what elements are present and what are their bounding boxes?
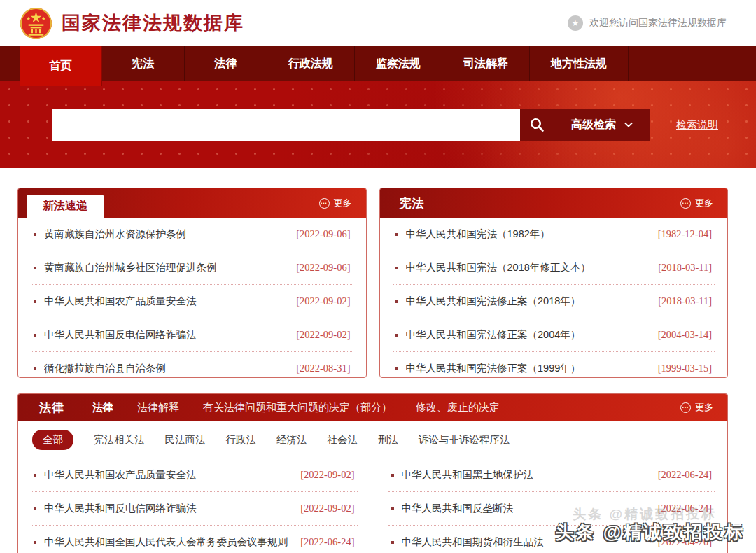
advanced-search-button[interactable]: 高级检索 [554,108,650,141]
law-date: [2022-09-02] [300,503,354,514]
law-link[interactable]: 中华人民共和国宪法（1982年） [406,227,650,241]
law-date: [2022-09-06] [296,228,350,240]
bullet-icon [391,541,394,544]
search-input[interactable] [52,108,520,141]
bullet-icon [34,474,36,477]
bullet-icon [396,368,398,370]
bullet-icon [396,334,398,337]
law-link[interactable]: 中华人民共和国农产品质量安全法 [44,468,292,482]
laws-more-link[interactable]: 更多 [680,401,713,414]
panel-laws-title: 法律 [18,400,64,416]
law-link[interactable]: 中华人民共和国反电信网络诈骗法 [44,328,288,342]
list-item[interactable]: 中华人民共和国农产品质量安全法 [2022-09-02] [31,458,358,492]
laws-tab-interpretations[interactable]: 法律解释 [137,401,179,414]
filter-chip-all[interactable]: 全部 [32,430,74,450]
list-item[interactable]: 中华人民共和国宪法（2018年修正文本） [2018-03-11] [393,251,715,285]
filter-chip-constitution-related[interactable]: 宪法相关法 [94,433,145,447]
law-link[interactable]: 中华人民共和国宪法修正案（2018年） [406,295,650,308]
filter-chip-procedural[interactable]: 诉讼与非诉讼程序法 [419,433,510,447]
bullet-icon [34,541,36,544]
filter-chip-civil-commercial[interactable]: 民法商法 [165,433,206,447]
nav-item-supervision-regulations[interactable]: 监察法规 [355,46,442,81]
law-date: [1982-12-04] [658,228,712,240]
page-title: 国家法律法规数据库 [62,10,244,36]
list-item[interactable]: 中华人民共和国农产品质量安全法 [2022-09-02] [31,285,354,318]
bullet-icon [34,368,36,370]
law-date: [2018-03-11] [658,262,712,274]
list-item[interactable]: 黄南藏族自治州水资源保护条例 [2022-09-06] [31,218,354,251]
laws-tab-amendments[interactable]: 修改、废止的决定 [416,401,500,414]
law-link[interactable]: 中华人民共和国宪法修正案（2004年） [406,328,650,342]
law-date: [2022-06-24] [300,536,354,548]
new-laws-list: 黄南藏族自治州水资源保护条例 [2022-09-06] 黄南藏族自治州城乡社区治… [18,218,366,378]
nav-item-administrative-regulations[interactable]: 行政法规 [267,46,355,81]
constitution-more-link[interactable]: 更多 [680,197,713,209]
laws-tab-decisions-partial[interactable]: 有关法律问题和重大问题的决定（部分） [203,401,392,414]
list-item[interactable]: 中华人民共和国宪法修正案（1999年） [1999-03-15] [393,352,715,378]
bullet-icon [34,300,36,303]
main-content: 新法速递 更多 黄南藏族自治州水资源保护条例 [2022-09-06] 黄南藏族… [0,168,756,553]
law-link[interactable]: 黄南藏族自治州城乡社区治理促进条例 [44,261,288,274]
welcome-area: ★ 欢迎您访问国家法律法规数据库 [568,15,727,31]
bullet-icon [34,267,36,270]
list-item[interactable]: 中华人民共和国反电信网络诈骗法 [2022-09-02] [31,492,358,526]
panel-new-laws-header: 新法速递 更多 [18,188,366,218]
bullet-icon [34,507,36,510]
list-item[interactable]: 中华人民共和国全国人民代表大会常务委员会议事规则 [2022-06-24] [31,526,358,553]
filter-chip-administrative[interactable]: 行政法 [226,433,257,447]
bullet-icon [34,334,36,337]
law-date: [2022-08-31] [296,363,350,374]
list-item[interactable]: 黄南藏族自治州城乡社区治理促进条例 [2022-09-06] [31,251,354,285]
nav-item-laws[interactable]: 法律 [185,46,267,81]
laws-right-list: 中华人民共和国黑土地保护法 [2022-06-24] 中华人民共和国反垄断法 [… [388,458,715,553]
filter-chip-criminal[interactable]: 刑法 [378,433,398,447]
nav-item-judicial-interpretations[interactable]: 司法解释 [442,46,530,81]
panel-new-laws-title: 新法速递 [27,195,104,218]
law-link[interactable]: 黄南藏族自治州水资源保护条例 [44,227,288,241]
list-item[interactable]: 中华人民共和国期货和衍生品法 [2022-04-20] [388,526,715,553]
nav-item-constitution[interactable]: 宪法 [102,46,185,81]
laws-filter-chips: 全部 宪法相关法 民法商法 行政法 经济法 社会法 刑法 诉讼与非诉讼程序法 [18,421,727,458]
main-nav: 首页 宪法 法律 行政法规 监察法规 司法解释 地方性法规 [0,46,756,81]
law-date: [2022-09-02] [300,469,354,481]
list-item[interactable]: 中华人民共和国反电信网络诈骗法 [2022-09-02] [31,318,354,352]
list-item[interactable]: 中华人民共和国黑土地保护法 [2022-06-24] [388,458,715,492]
filter-chip-economic[interactable]: 经济法 [276,433,307,447]
bullet-icon [396,233,398,236]
filter-chip-social[interactable]: 社会法 [328,433,358,447]
law-link[interactable]: 中华人民共和国反垄断法 [402,502,650,515]
law-link[interactable]: 循化撒拉族自治县自治条例 [44,362,288,375]
chevron-down-icon [624,122,633,127]
nav-item-local-regulations[interactable]: 地方性法规 [530,46,629,81]
law-date: [2022-06-24] [658,503,712,514]
list-item[interactable]: 循化撒拉族自治县自治条例 [2022-08-31] [31,352,354,378]
list-item[interactable]: 中华人民共和国反垄断法 [2022-06-24] [388,492,715,526]
panel-constitution-title: 宪法 [380,195,425,211]
list-item[interactable]: 中华人民共和国宪法修正案（2004年） [2004-03-14] [393,318,715,352]
bullet-icon [396,300,398,303]
law-link[interactable]: 中华人民共和国全国人民代表大会常务委员会议事规则 [44,536,292,549]
list-item[interactable]: 中华人民共和国宪法（1982年） [1982-12-04] [393,218,715,251]
new-laws-more-link[interactable]: 更多 [319,197,352,209]
law-link[interactable]: 中华人民共和国宪法（2018年修正文本） [406,261,650,274]
law-link[interactable]: 中华人民共和国宪法修正案（1999年） [406,362,650,375]
law-link[interactable]: 中华人民共和国期货和衍生品法 [402,536,650,549]
law-link[interactable]: 中华人民共和国农产品质量安全法 [44,295,288,308]
laws-tab-laws[interactable]: 法律 [92,401,113,414]
list-item[interactable]: 中华人民共和国宪法修正案（2018年） [2018-03-11] [393,285,715,318]
bullet-icon [391,507,394,510]
law-link[interactable]: 中华人民共和国黑土地保护法 [402,468,650,482]
search-help-link[interactable]: 检索说明 [676,118,718,132]
search-button[interactable] [520,108,554,141]
brand: 国家法律法规数据库 [20,7,244,40]
panel-laws-header: 法律 法律 法律解释 有关法律问题和重大问题的决定（部分） 修改、废止的决定 更… [18,394,727,421]
laws-tabs: 法律 法律解释 有关法律问题和重大问题的决定（部分） 修改、废止的决定 [92,401,500,414]
search-icon [529,117,545,132]
law-link[interactable]: 中华人民共和国反电信网络诈骗法 [44,502,292,515]
bullet-icon [34,233,36,236]
more-ellipsis-icon [680,198,691,209]
nav-item-home[interactable]: 首页 [20,46,102,86]
more-ellipsis-icon [680,402,691,413]
panel-constitution-header: 宪法 更多 [380,188,728,218]
search-row: 高级检索 检索说明 [52,108,728,141]
